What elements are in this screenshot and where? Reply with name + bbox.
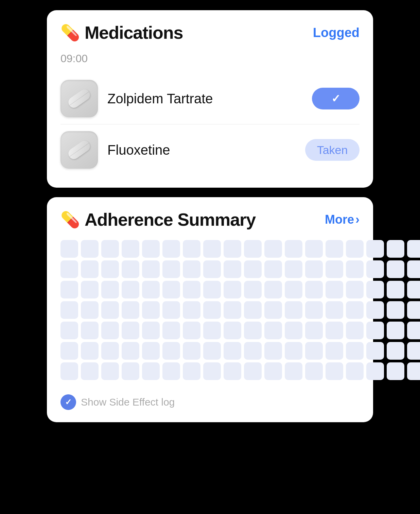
grid-cell — [224, 342, 241, 360]
grid-cell — [203, 362, 221, 380]
grid-cell — [244, 240, 262, 258]
grid-cell — [285, 342, 302, 360]
grid-cell — [366, 362, 384, 380]
check-button-zolpidem[interactable]: ✓ — [312, 88, 360, 109]
grid-cell — [366, 322, 384, 339]
logged-button[interactable]: Logged — [313, 25, 360, 40]
grid-row: S — [60, 362, 420, 380]
grid-cell — [203, 322, 221, 339]
medication-time: 09:00 — [60, 52, 360, 65]
grid-cell — [305, 260, 323, 278]
grid-cell — [305, 362, 323, 380]
medication-item-zolpidem: Zolpidem Tartrate ✓ — [60, 73, 360, 124]
side-effect-label: Show Side Effect log — [81, 396, 175, 408]
grid-cell — [264, 322, 282, 339]
grid-cell — [183, 362, 200, 380]
grid-cell — [346, 322, 364, 339]
grid-cell — [224, 281, 241, 298]
grid-cell — [101, 260, 119, 278]
grid-cell — [224, 260, 241, 278]
medications-title: Medications — [85, 22, 183, 43]
grid-cell — [326, 301, 343, 319]
grid-cell — [142, 322, 160, 339]
adherence-grid: SMTWTFS — [60, 240, 420, 380]
grid-cell — [285, 322, 302, 339]
pill-shape-2 — [66, 139, 92, 161]
grid-cell — [244, 342, 262, 360]
grid-cell — [101, 281, 119, 298]
grid-cell — [264, 260, 282, 278]
grid-cell — [326, 342, 343, 360]
grid-cell — [122, 322, 139, 339]
grid-cell — [244, 322, 262, 339]
grid-row: W — [60, 301, 420, 319]
grid-cell — [285, 281, 302, 298]
grid-cell — [60, 260, 78, 278]
grid-cell — [122, 362, 139, 380]
grid-cell — [285, 240, 302, 258]
grid-cell — [407, 281, 420, 298]
grid-cell — [305, 322, 323, 339]
grid-cell — [183, 342, 200, 360]
pill-icon: 💊 — [60, 25, 80, 40]
grid-cell — [203, 260, 221, 278]
grid-cell — [366, 240, 384, 258]
grid-cell — [264, 240, 282, 258]
grid-cell — [183, 260, 200, 278]
adherence-grid-container: SMTWTFS — [60, 240, 360, 380]
med-header: 💊 Medications Logged — [60, 22, 360, 43]
grid-cell — [162, 322, 180, 339]
taken-button-fluoxetine[interactable]: Taken — [305, 139, 360, 161]
grid-cell — [264, 301, 282, 319]
grid-cell — [407, 322, 420, 339]
grid-cell — [101, 362, 119, 380]
grid-cell — [122, 301, 139, 319]
grid-cell — [60, 281, 78, 298]
grid-cell — [326, 362, 343, 380]
grid-cell — [366, 342, 384, 360]
more-chevron-icon: › — [355, 212, 360, 227]
grid-cell — [407, 362, 420, 380]
grid-cell — [142, 281, 160, 298]
grid-cell — [142, 260, 160, 278]
grid-cell — [162, 342, 180, 360]
medications-card: 💊 Medications Logged 09:00 Zolpidem Tart… — [47, 10, 373, 188]
grid-cell — [326, 260, 343, 278]
grid-cell — [244, 362, 262, 380]
grid-cell — [60, 240, 78, 258]
grid-cell — [122, 240, 139, 258]
grid-cell — [81, 301, 99, 319]
pill-shape — [66, 87, 92, 110]
grid-cell — [101, 342, 119, 360]
grid-cell — [305, 281, 323, 298]
grid-cell — [346, 240, 364, 258]
side-effect-check-icon: ✓ — [65, 397, 72, 407]
grid-cell — [387, 281, 404, 298]
grid-cell — [142, 362, 160, 380]
grid-cell — [224, 362, 241, 380]
med-title-group: 💊 Medications — [60, 22, 183, 43]
grid-cell — [162, 362, 180, 380]
checkmark-icon: ✓ — [331, 92, 340, 105]
side-effect-row[interactable]: ✓ Show Side Effect log — [60, 391, 360, 410]
grid-cell — [224, 240, 241, 258]
grid-row: F — [60, 342, 420, 360]
grid-cell — [387, 322, 404, 339]
grid-cell — [366, 281, 384, 298]
grid-cell — [162, 301, 180, 319]
grid-cell — [101, 240, 119, 258]
grid-cell — [346, 342, 364, 360]
grid-cell — [346, 362, 364, 380]
more-button[interactable]: More › — [325, 212, 360, 227]
taken-label: Taken — [317, 143, 348, 157]
grid-cell — [81, 260, 99, 278]
grid-cell — [305, 240, 323, 258]
adherence-header: 💊 Adherence Summary More › — [60, 209, 360, 230]
grid-cell — [346, 301, 364, 319]
adherence-pill-icon: 💊 — [60, 212, 80, 227]
grid-cell — [60, 362, 78, 380]
grid-cell — [264, 362, 282, 380]
grid-cell — [407, 260, 420, 278]
grid-cell — [142, 342, 160, 360]
grid-cell — [244, 281, 262, 298]
